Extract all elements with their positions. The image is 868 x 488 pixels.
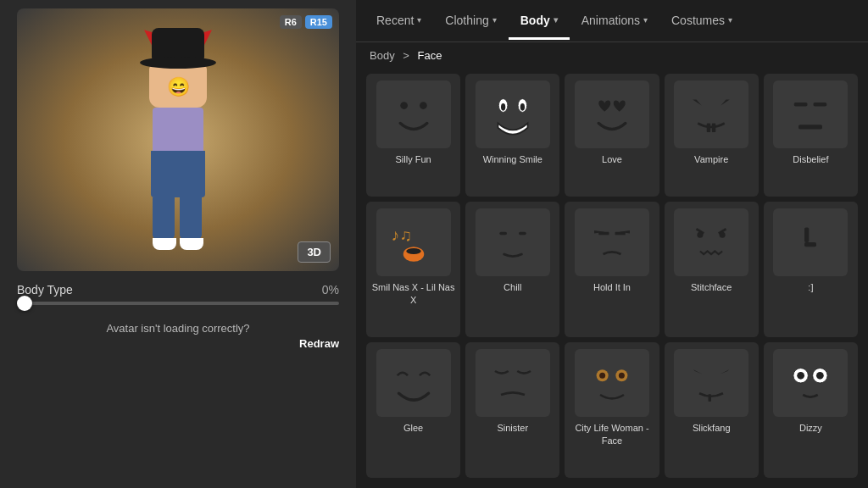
svg-point-0 — [400, 102, 408, 109]
left-panel: R6 R15 😄 — [0, 0, 356, 488]
body-type-pct: 0% — [322, 283, 339, 297]
face-name-city-life: City Life Woman - Face — [568, 422, 655, 446]
avatar-torso — [153, 108, 203, 151]
svg-rect-17 — [615, 232, 625, 236]
badge-r15: R15 — [305, 15, 332, 29]
face-name-vampire: Vampire — [694, 153, 728, 165]
tab-animations[interactable]: Animations ▾ — [570, 3, 659, 40]
face-name-dizzy: Dizzy — [799, 422, 822, 434]
body-type-slider-track[interactable] — [17, 302, 339, 305]
face-name-stitchface: Stitchface — [691, 281, 732, 293]
avatar-badges: R6 R15 — [280, 15, 332, 29]
badge-r6: R6 — [280, 15, 302, 29]
face-icon-disbelief — [773, 80, 848, 148]
avatar-leg-left — [153, 197, 176, 250]
face-name-bracket: :] — [808, 281, 813, 293]
face-icon-sinister — [476, 349, 550, 417]
breadcrumb: Body > Face — [356, 42, 868, 69]
tab-costumes[interactable]: Costumes ▾ — [659, 3, 744, 40]
face-icon-silly-fun — [376, 80, 451, 148]
face-item-hold-it-in[interactable]: Hold It In — [565, 202, 659, 337]
tab-body[interactable]: Body ▾ — [509, 3, 570, 40]
face-icon-hold-it-in — [575, 208, 649, 276]
avatar-container: R6 R15 😄 — [17, 8, 339, 271]
face-icon-city-life — [575, 349, 649, 417]
face-item-silly-fun[interactable]: Silly Fun — [366, 74, 460, 197]
svg-point-29 — [798, 372, 805, 380]
hat-crown — [152, 28, 204, 60]
hat-brim — [140, 57, 216, 69]
face-icon-slickfang — [674, 349, 748, 417]
face-item-chill[interactable]: Chill — [465, 202, 559, 337]
redraw-button[interactable]: Redraw — [17, 337, 339, 350]
svg-point-1 — [420, 102, 427, 109]
svg-rect-21 — [804, 242, 816, 247]
body-type-slider-thumb[interactable] — [17, 296, 32, 311]
face-icon-love — [575, 80, 649, 148]
face-name-glee: Glee — [403, 422, 423, 434]
svg-point-24 — [599, 373, 605, 379]
face-name-smil-nas-x: Smil Nas X - Lil Nas X — [370, 281, 457, 306]
avatar-error-section: Avatar isn't loading correctly? Redraw — [17, 320, 339, 350]
avatar-legs — [153, 197, 203, 250]
face-icon-bracket — [773, 208, 848, 276]
face-name-winning-smile: Winning Smile — [483, 153, 542, 165]
body-type-label: Body Type — [17, 283, 73, 297]
chevron-down-icon: ▾ — [728, 15, 732, 25]
svg-rect-8 — [794, 103, 808, 106]
face-icon-dizzy — [773, 349, 848, 417]
face-item-sinister[interactable]: Sinister — [465, 342, 559, 478]
face-name-slickfang: Slickfang — [693, 422, 731, 434]
svg-point-13 — [406, 248, 421, 254]
face-name-sinister: Sinister — [497, 422, 528, 434]
face-item-glee[interactable]: Glee — [366, 342, 460, 478]
chevron-down-icon: ▾ — [643, 15, 648, 25]
svg-rect-15 — [519, 232, 526, 236]
svg-rect-16 — [598, 232, 609, 236]
face-item-disbelief[interactable]: Disbelief — [764, 74, 858, 197]
chevron-down-icon: ▾ — [554, 15, 558, 25]
face-name-disbelief: Disbelief — [793, 153, 828, 165]
chevron-down-icon: ▾ — [417, 15, 421, 25]
svg-rect-14 — [499, 232, 507, 236]
face-item-stitchface[interactable]: Stitchface — [665, 202, 759, 337]
face-item-smil-nas-x[interactable]: ♪♫ Smil Nas X - Lil Nas X — [366, 202, 460, 337]
face-item-dizzy[interactable]: Dizzy — [764, 342, 858, 478]
svg-rect-10 — [798, 125, 822, 129]
svg-point-4 — [501, 103, 505, 111]
nav-tabs: Recent ▾ Clothing ▾ Body ▾ Animations ▾ … — [356, 0, 868, 42]
avatar-face: 😄 — [167, 76, 190, 98]
face-icon-glee — [376, 349, 451, 417]
face-name-love: Love — [602, 153, 622, 165]
avatar-leg-right — [180, 197, 203, 250]
face-item-love[interactable]: Love — [565, 74, 659, 197]
svg-point-25 — [619, 373, 625, 379]
avatar-error-text: Avatar isn't loading correctly? — [106, 322, 249, 335]
face-icon-winning-smile — [476, 80, 550, 148]
face-item-city-life[interactable]: City Life Woman - Face — [565, 342, 659, 478]
face-icon-chill — [476, 208, 550, 276]
hat — [140, 30, 216, 69]
body-type-section: Body Type 0% — [17, 283, 339, 305]
svg-rect-7 — [712, 124, 715, 133]
avatar-overalls — [151, 151, 205, 197]
btn-3d[interactable]: 3D — [298, 241, 331, 263]
face-item-vampire[interactable]: Vampire — [665, 74, 759, 197]
tab-clothing[interactable]: Clothing ▾ — [433, 3, 508, 40]
svg-rect-26 — [709, 394, 712, 402]
chevron-down-icon: ▾ — [492, 15, 497, 25]
svg-rect-9 — [814, 103, 827, 106]
svg-rect-6 — [707, 124, 710, 133]
svg-point-5 — [520, 103, 525, 111]
face-item-winning-smile[interactable]: Winning Smile — [465, 74, 559, 197]
faces-grid: Silly Fun Winning Smile Love Vampire Dis… — [356, 69, 868, 488]
svg-point-19 — [720, 232, 726, 238]
svg-text:♪♫: ♪♫ — [391, 227, 411, 245]
avatar-figure: 😄 — [110, 30, 246, 250]
face-name-chill: Chill — [504, 281, 521, 293]
svg-point-18 — [698, 232, 704, 238]
face-icon-vampire — [674, 80, 748, 148]
face-item-bracket[interactable]: :] — [764, 202, 858, 337]
face-item-slickfang[interactable]: Slickfang — [665, 342, 759, 478]
tab-recent[interactable]: Recent ▾ — [364, 3, 433, 40]
